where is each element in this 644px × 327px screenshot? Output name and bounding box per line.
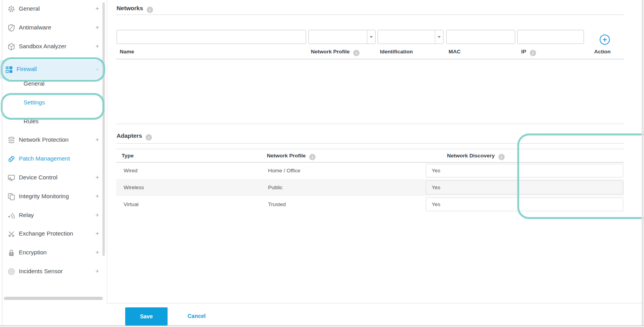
networks-section-title: Networksi bbox=[117, 5, 153, 13]
network-discovery-select[interactable]: Yes bbox=[426, 197, 623, 211]
column-header-network-profile: Network Profilei bbox=[311, 49, 359, 56]
sidebar-item-label: Patch Management bbox=[19, 155, 70, 162]
save-button[interactable]: Save bbox=[125, 307, 168, 325]
expand-toggle[interactable]: + bbox=[93, 268, 101, 275]
sidebar-item-antimalware[interactable]: Antimalware + bbox=[2, 23, 103, 33]
sidebar-item-patch-management[interactable]: Patch Management bbox=[2, 154, 103, 164]
chevron-down-icon bbox=[367, 30, 375, 44]
column-header-adapter-network-profile: Network Profilei bbox=[267, 153, 316, 160]
sidebar-subitem-firewall-rules[interactable]: Rules bbox=[2, 117, 103, 126]
adapters-table-top-line bbox=[116, 149, 624, 149]
sidebar: General + Antimalware + Sandbox Analyzer… bbox=[2, 0, 103, 303]
adapter-network-profile: Home / Office bbox=[268, 168, 300, 174]
monitor-icon bbox=[7, 174, 16, 182]
column-header-action: Action bbox=[594, 49, 611, 55]
column-header-type: Type bbox=[122, 153, 134, 159]
sidebar-item-device-control[interactable]: Device Control + bbox=[2, 173, 103, 183]
info-icon[interactable]: i bbox=[309, 154, 316, 160]
main-content: Networksi + Name Network Profilei Identi… bbox=[107, 0, 644, 327]
expand-toggle[interactable]: + bbox=[93, 212, 101, 219]
collapse-toggle[interactable]: - bbox=[93, 66, 101, 73]
sidebar-item-network-protection[interactable]: Network Protection + bbox=[2, 135, 103, 145]
sidebar-item-label: Relay bbox=[19, 212, 34, 218]
ip-filter-input[interactable] bbox=[517, 30, 584, 44]
add-network-button[interactable]: + bbox=[600, 35, 610, 45]
column-header-ip: IPi bbox=[521, 49, 536, 56]
expand-toggle[interactable]: + bbox=[93, 174, 101, 181]
adapter-type: Wired bbox=[124, 168, 137, 174]
sidebar-item-label: Incidents Sensor bbox=[19, 268, 63, 274]
adapter-type: Virtual bbox=[124, 201, 139, 207]
networks-title-underline bbox=[116, 15, 624, 15]
exchange-icon bbox=[7, 230, 16, 238]
patch-icon bbox=[7, 155, 16, 163]
page-bottom-border bbox=[0, 325, 644, 326]
sidebar-item-label: Integrity Monitoring bbox=[19, 193, 69, 199]
sidebar-horizontal-scrollbar[interactable] bbox=[4, 297, 103, 300]
documents-icon bbox=[7, 192, 16, 201]
column-header-name: Name bbox=[120, 49, 134, 55]
sidebar-item-relay[interactable]: Relay + bbox=[2, 211, 103, 220]
network-discovery-select[interactable]: Yes bbox=[426, 181, 623, 194]
identification-filter-select[interactable] bbox=[378, 30, 443, 44]
sidebar-item-label: Encryption bbox=[19, 249, 47, 256]
adapter-network-profile: Trusted bbox=[268, 201, 286, 207]
expand-toggle[interactable]: + bbox=[93, 193, 101, 200]
footer-divider bbox=[107, 303, 644, 303]
sidebar-item-label: Exchange Protection bbox=[19, 230, 73, 237]
layers-icon bbox=[7, 136, 16, 144]
adapters-title-text: Adapters bbox=[117, 132, 142, 139]
networks-table-bottom-line bbox=[116, 124, 624, 124]
sidebar-item-general[interactable]: General + bbox=[2, 4, 103, 14]
adapter-network-profile: Public bbox=[268, 185, 283, 190]
sidebar-item-encryption[interactable]: Encryption + bbox=[2, 248, 103, 258]
sidebar-subitem-label: Rules bbox=[24, 118, 38, 124]
sidebar-item-exchange-protection[interactable]: Exchange Protection + bbox=[2, 229, 103, 239]
column-header-network-discovery: Network Discoveryi bbox=[447, 153, 505, 160]
info-icon[interactable]: i bbox=[146, 134, 152, 141]
expand-toggle[interactable]: + bbox=[93, 136, 101, 143]
networks-title-text: Networks bbox=[117, 5, 143, 11]
info-icon[interactable]: i bbox=[353, 50, 359, 56]
sidebar-vertical-scrollbar[interactable] bbox=[102, 2, 105, 256]
sidebar-item-incidents-sensor[interactable]: Incidents Sensor + bbox=[2, 267, 103, 276]
gear-icon bbox=[7, 5, 16, 13]
expand-toggle[interactable]: + bbox=[93, 43, 101, 50]
sidebar-subitem-firewall-general[interactable]: General bbox=[2, 79, 103, 89]
sidebar-item-label: Device Control bbox=[19, 174, 57, 181]
page-right-border bbox=[642, 0, 644, 326]
sidebar-item-firewall[interactable]: Firewall - bbox=[0, 60, 103, 79]
expand-toggle[interactable]: + bbox=[93, 249, 101, 256]
info-icon[interactable]: i bbox=[498, 154, 505, 160]
shield-icon bbox=[7, 24, 16, 32]
page-left-border bbox=[2, 0, 2, 326]
policy-settings-page: General + Antimalware + Sandbox Analyzer… bbox=[0, 0, 644, 327]
expand-toggle[interactable]: + bbox=[93, 24, 101, 31]
network-discovery-select[interactable]: Yes bbox=[426, 164, 623, 177]
expand-toggle[interactable]: + bbox=[93, 230, 101, 237]
adapters-header-underline bbox=[116, 162, 624, 163]
sensor-icon bbox=[7, 267, 16, 276]
mac-filter-input[interactable] bbox=[446, 30, 515, 44]
signal-icon bbox=[7, 211, 16, 220]
sidebar-item-integrity-monitoring[interactable]: Integrity Monitoring + bbox=[2, 192, 103, 201]
adapter-type: Wireless bbox=[124, 185, 144, 190]
sidebar-subitem-label: Settings bbox=[24, 99, 45, 106]
sidebar-item-label: Antimalware bbox=[19, 24, 51, 31]
sidebar-item-label: General bbox=[19, 5, 40, 12]
cancel-button[interactable]: Cancel bbox=[188, 313, 206, 319]
firewall-icon bbox=[5, 65, 13, 74]
network-profile-filter-select[interactable] bbox=[308, 30, 376, 44]
sidebar-subitem-label: General bbox=[24, 80, 44, 87]
expand-toggle[interactable]: + bbox=[93, 5, 101, 12]
sidebar-item-sandbox-analyzer[interactable]: Sandbox Analyzer + bbox=[2, 42, 103, 51]
lock-icon bbox=[7, 248, 16, 257]
info-icon[interactable]: i bbox=[530, 50, 536, 56]
adapters-title-underline bbox=[116, 143, 624, 144]
adapters-section-title: Adaptersi bbox=[117, 132, 152, 141]
info-icon[interactable]: i bbox=[147, 7, 153, 13]
sidebar-item-label: Network Protection bbox=[19, 136, 69, 143]
sidebar-subitem-firewall-settings[interactable]: Settings bbox=[2, 98, 103, 108]
name-filter-input[interactable] bbox=[117, 30, 306, 44]
cube-icon bbox=[7, 42, 16, 51]
